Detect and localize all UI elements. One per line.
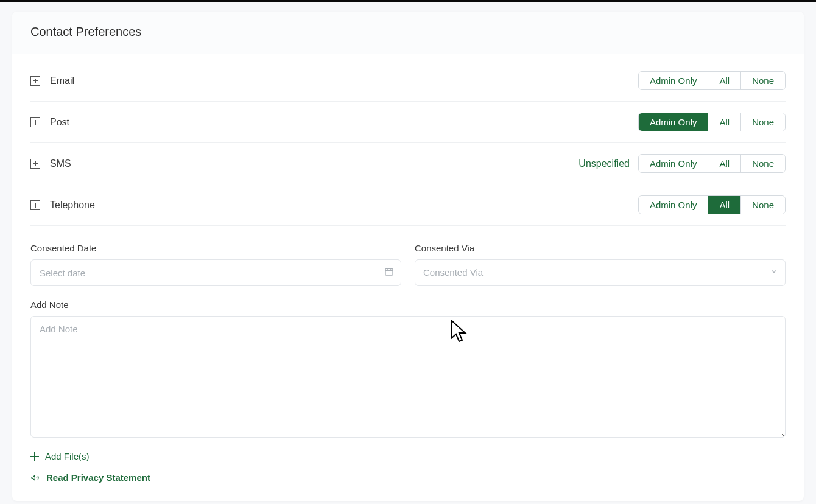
card-title: Contact Preferences: [30, 25, 786, 39]
pref-label-post: Post: [50, 117, 69, 128]
seg-admin-only[interactable]: Admin Only: [639, 155, 709, 172]
consented-via-col: Consented Via Consented Via: [415, 243, 786, 286]
seg-admin-only[interactable]: Admin Only: [639, 196, 709, 214]
add-note-textarea[interactable]: [30, 316, 786, 438]
consented-date-wrap: [30, 259, 401, 286]
window-top-border: [0, 0, 816, 2]
consented-date-input[interactable]: [30, 259, 401, 286]
seg-none[interactable]: None: [741, 72, 785, 89]
consented-via-wrap[interactable]: Consented Via: [415, 259, 786, 286]
pref-label-sms: SMS: [50, 158, 71, 169]
seg-all[interactable]: All: [708, 155, 741, 172]
pref-row-post: Post Admin Only All None: [30, 102, 786, 143]
seg-admin-only[interactable]: Admin Only: [639, 72, 709, 89]
expand-icon[interactable]: [30, 200, 40, 210]
consented-date-col: Consented Date: [30, 243, 401, 286]
plus-icon: [30, 452, 39, 461]
seg-all[interactable]: All: [708, 196, 741, 214]
pref-right: Admin Only All None: [638, 113, 786, 131]
seg-none[interactable]: None: [741, 196, 785, 214]
pref-row-email: Email Admin Only All None: [30, 60, 786, 102]
seg-group-email: Admin Only All None: [638, 71, 786, 90]
megaphone-icon: [30, 473, 40, 483]
pref-right: Admin Only All None: [638, 71, 786, 90]
pref-right: Admin Only All None: [638, 195, 786, 214]
note-field: Add Note: [30, 299, 786, 440]
card-header: Contact Preferences: [12, 12, 804, 54]
privacy-statement-link[interactable]: Read Privacy Statement: [30, 472, 786, 483]
seg-group-post: Admin Only All None: [638, 113, 786, 131]
seg-all[interactable]: All: [708, 72, 741, 89]
pref-label-telephone: Telephone: [50, 200, 95, 211]
expand-icon[interactable]: [30, 117, 40, 127]
seg-all[interactable]: All: [708, 113, 741, 131]
add-note-label: Add Note: [30, 299, 786, 310]
pref-row-sms: SMS Unspecified Admin Only All None: [30, 143, 786, 184]
consented-via-select[interactable]: [415, 259, 786, 286]
pref-left: Post: [30, 117, 69, 128]
pref-left: SMS: [30, 158, 71, 169]
card-body: Email Admin Only All None Post Admin Onl…: [12, 54, 804, 501]
pref-label-email: Email: [50, 75, 74, 86]
seg-none[interactable]: None: [741, 155, 785, 172]
consented-date-label: Consented Date: [30, 243, 401, 253]
status-unspecified: Unspecified: [579, 158, 630, 169]
seg-group-telephone: Admin Only All None: [638, 195, 786, 214]
expand-icon[interactable]: [30, 76, 40, 86]
expand-icon[interactable]: [30, 159, 40, 169]
pref-left: Telephone: [30, 200, 95, 211]
contact-preferences-card: Contact Preferences Email Admin Only All…: [12, 12, 804, 501]
seg-group-sms: Admin Only All None: [638, 154, 786, 173]
pref-left: Email: [30, 75, 74, 86]
privacy-label: Read Privacy Statement: [46, 472, 150, 483]
pref-right: Unspecified Admin Only All None: [579, 154, 786, 173]
consent-form-row: Consented Date Consented Via: [30, 243, 786, 286]
seg-admin-only[interactable]: Admin Only: [639, 113, 709, 131]
add-files-button[interactable]: Add File(s): [30, 451, 786, 461]
consented-via-label: Consented Via: [415, 243, 786, 253]
add-files-label: Add File(s): [45, 451, 90, 461]
seg-none[interactable]: None: [741, 113, 785, 131]
pref-row-telephone: Telephone Admin Only All None: [30, 184, 786, 226]
